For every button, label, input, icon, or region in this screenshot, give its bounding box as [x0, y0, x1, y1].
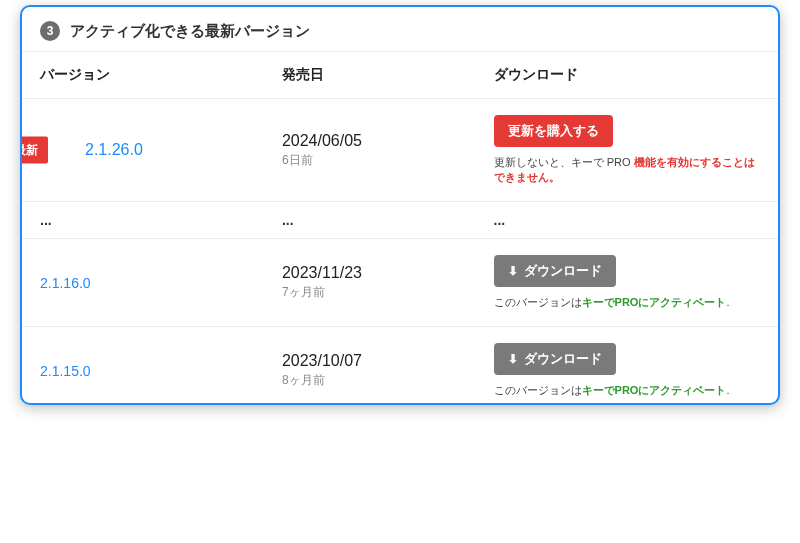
- download-button[interactable]: ⬇ ダウンロード: [494, 343, 616, 375]
- table-row: 最新 2.1.26.0 2024/06/05 6日前 更新を購入する 更新しない…: [22, 99, 778, 202]
- release-date: 2023/10/07: [282, 352, 458, 370]
- buy-update-button[interactable]: 更新を購入する: [494, 115, 613, 147]
- download-icon: ⬇: [508, 352, 518, 366]
- version-link[interactable]: 2.1.15.0: [40, 363, 91, 379]
- card-title: アクティブ化できる最新バージョン: [70, 22, 310, 41]
- activate-note: このバージョンはキーでPROにアクティベート.: [494, 295, 760, 310]
- reflection-decor: 2.1.15.0 2023/10/07 8ヶ月前 ⬇ダウンロード このバージョン…: [20, 407, 780, 543]
- table-row: 2.1.16.0 2023/11/23 7ヶ月前 ⬇ ダウンロード このバージョ…: [22, 239, 778, 327]
- col-version: バージョン: [22, 52, 264, 99]
- table-row: ... ... ...: [22, 202, 778, 239]
- release-ago: 7ヶ月前: [282, 284, 458, 301]
- button-label: ダウンロード: [524, 350, 602, 368]
- versions-table: バージョン 発売日 ダウンロード 最新 2.1.26.0 2024/06/05 …: [22, 51, 778, 405]
- version-link[interactable]: 2.1.16.0: [40, 275, 91, 291]
- table-row: 2.1.15.0 2023/10/07 8ヶ月前 ⬇ ダウンロード このバージョ…: [22, 327, 778, 406]
- version-link[interactable]: 2.1.26.0: [85, 141, 143, 159]
- release-ago: 6日前: [282, 152, 458, 169]
- download-button[interactable]: ⬇ ダウンロード: [494, 255, 616, 287]
- ellipsis-cell: ...: [476, 202, 778, 239]
- col-release: 発売日: [264, 52, 476, 99]
- latest-ribbon: 最新: [20, 137, 48, 164]
- card-header: 3 アクティブ化できる最新バージョン: [22, 7, 778, 51]
- release-date: 2024/06/05: [282, 132, 458, 150]
- button-label: ダウンロード: [524, 262, 602, 280]
- ellipsis-cell: ...: [22, 202, 264, 239]
- update-note: 更新しないと、キーで PRO 機能を有効にすることはできません。: [494, 155, 760, 185]
- activate-note: このバージョンはキーでPROにアクティベート.: [494, 383, 760, 398]
- release-date: 2023/11/23: [282, 264, 458, 282]
- button-label: 更新を購入する: [508, 122, 599, 140]
- col-download: ダウンロード: [476, 52, 778, 99]
- download-icon: ⬇: [508, 264, 518, 278]
- step-badge: 3: [40, 21, 60, 41]
- ellipsis-cell: ...: [264, 202, 476, 239]
- version-card: 3 アクティブ化できる最新バージョン バージョン 発売日 ダウンロード 最新 2…: [20, 5, 780, 405]
- release-ago: 8ヶ月前: [282, 372, 458, 389]
